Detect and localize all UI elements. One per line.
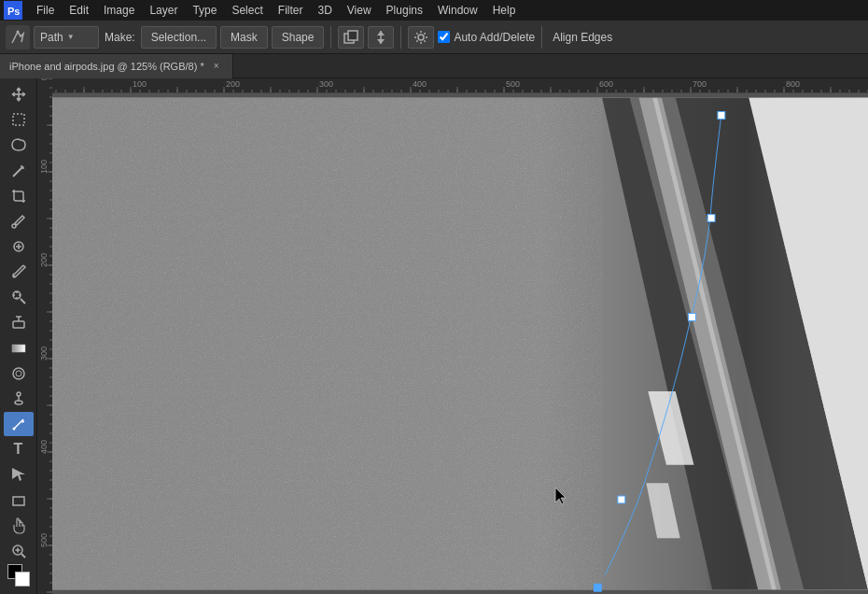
- document-tab[interactable]: iPhone and airpods.jpg @ 125% (RGB/8) * …: [0, 54, 233, 78]
- separator-3: [541, 26, 542, 49]
- svg-rect-21: [12, 345, 25, 352]
- svg-marker-7: [377, 39, 385, 44]
- menu-view[interactable]: View: [341, 2, 378, 19]
- tool-hand[interactable]: [4, 514, 34, 538]
- tool-lasso[interactable]: [4, 133, 34, 157]
- svg-line-10: [13, 168, 21, 177]
- menu-window[interactable]: Window: [431, 2, 484, 19]
- toolbar: T: [0, 78, 37, 594]
- tool-mode-dropdown[interactable]: Path ▼: [34, 26, 99, 49]
- tool-clone-stamp[interactable]: [4, 285, 34, 309]
- pen-tool-icon: [6, 25, 30, 50]
- svg-point-23: [16, 371, 21, 376]
- shape-button[interactable]: Shape: [272, 26, 325, 49]
- tool-zoom[interactable]: [4, 539, 34, 563]
- menu-plugins[interactable]: Plugins: [380, 2, 429, 19]
- separator-1: [330, 26, 331, 49]
- image-svg: [52, 93, 868, 594]
- svg-point-14: [12, 224, 16, 228]
- svg-point-2: [17, 30, 20, 33]
- tool-rectangular-marquee[interactable]: [4, 107, 34, 132]
- svg-rect-46: [689, 314, 696, 321]
- menu-3d[interactable]: 3D: [311, 2, 338, 19]
- align-edges-label: Align Edges: [553, 31, 612, 44]
- svg-rect-41: [52, 98, 602, 589]
- main-area: T: [0, 78, 868, 594]
- options-bar: Path ▼ Make: Selection... Mask Shape Aut…: [0, 21, 868, 54]
- tool-type[interactable]: T: [4, 437, 34, 461]
- menu-bar: Ps File Edit Image Layer Type Select Fil…: [0, 0, 868, 21]
- separator-2: [400, 26, 401, 49]
- path-settings-icon[interactable]: [408, 26, 434, 49]
- tool-gradient[interactable]: [4, 336, 34, 361]
- svg-rect-4: [348, 31, 357, 40]
- svg-point-18: [12, 276, 15, 278]
- dropdown-arrow-icon: ▼: [67, 33, 75, 41]
- selection-button[interactable]: Selection...: [141, 26, 217, 49]
- canvas-area[interactable]: [37, 78, 868, 594]
- menu-layer[interactable]: Layer: [143, 2, 184, 19]
- make-label: Make:: [105, 31, 135, 44]
- svg-line-30: [21, 554, 25, 558]
- menu-select[interactable]: Select: [225, 2, 269, 19]
- type-icon: T: [14, 441, 23, 458]
- mask-button[interactable]: Mask: [220, 26, 268, 49]
- path-align-icon[interactable]: [368, 26, 394, 49]
- svg-point-24: [15, 401, 22, 404]
- menu-type[interactable]: Type: [186, 2, 223, 19]
- tool-dodge[interactable]: [4, 387, 34, 411]
- tool-move[interactable]: [4, 82, 34, 106]
- svg-rect-28: [13, 497, 24, 505]
- menu-filter[interactable]: Filter: [272, 2, 310, 19]
- svg-rect-47: [594, 584, 601, 591]
- tool-mode-label: Path: [40, 31, 63, 44]
- document-tab-title: iPhone and airpods.jpg @ 125% (RGB/8) *: [9, 61, 204, 72]
- tool-crop[interactable]: [4, 184, 34, 208]
- tool-eyedropper[interactable]: [4, 209, 34, 233]
- svg-point-27: [12, 428, 15, 431]
- svg-rect-45: [707, 215, 715, 222]
- auto-add-delete-checkbox[interactable]: [438, 31, 450, 43]
- menu-edit[interactable]: Edit: [63, 2, 95, 19]
- path-combine-icon[interactable]: [338, 26, 364, 49]
- canvas-image: [52, 93, 868, 594]
- tool-healing-brush[interactable]: [4, 234, 34, 259]
- tab-close-button[interactable]: ×: [210, 60, 223, 73]
- svg-rect-48: [618, 496, 625, 503]
- menu-file[interactable]: File: [30, 2, 61, 19]
- tool-pen[interactable]: [4, 412, 34, 436]
- tool-path-selection[interactable]: [4, 462, 34, 487]
- svg-rect-9: [13, 114, 24, 125]
- menu-image[interactable]: Image: [97, 2, 141, 19]
- tool-eraser[interactable]: [4, 310, 34, 334]
- tool-blur[interactable]: [4, 361, 34, 386]
- svg-point-8: [418, 35, 424, 40]
- svg-marker-6: [377, 31, 385, 35]
- ruler-left: [37, 78, 52, 594]
- ps-logo: Ps: [4, 1, 22, 20]
- tab-bar: iPhone and airpods.jpg @ 125% (RGB/8) * …: [0, 54, 868, 78]
- menu-help[interactable]: Help: [486, 2, 523, 19]
- svg-point-26: [17, 392, 21, 396]
- tool-rectangle-shape[interactable]: [4, 488, 34, 513]
- tool-brush[interactable]: [4, 260, 34, 284]
- auto-add-delete-text: Auto Add/Delete: [454, 31, 535, 44]
- svg-text:Ps: Ps: [7, 6, 20, 17]
- ruler-top: [37, 78, 868, 93]
- svg-rect-44: [718, 112, 725, 120]
- tool-magic-wand[interactable]: [4, 158, 34, 182]
- foreground-background-colors[interactable]: [7, 564, 30, 587]
- auto-add-delete-label[interactable]: Auto Add/Delete: [438, 31, 535, 44]
- svg-rect-20: [13, 321, 24, 328]
- svg-point-22: [13, 368, 24, 379]
